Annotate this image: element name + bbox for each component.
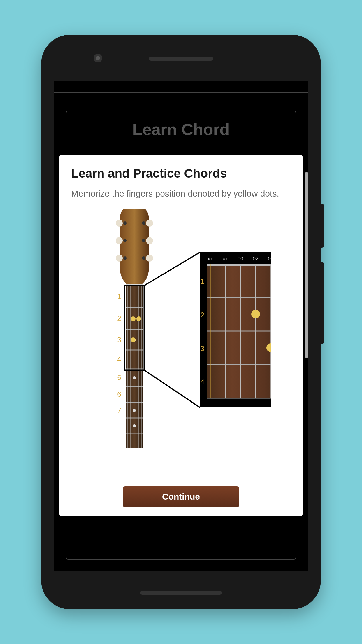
string-label: 00 [238,256,243,262]
zoom-fret-label: 1 [201,277,204,285]
svg-point-6 [123,221,127,225]
phone-top-speaker [149,57,213,61]
status-bar [54,81,308,93]
guitar-illustration: 1 2 3 4 5 6 7 [71,209,291,486]
scroll-indicator[interactable] [305,172,308,358]
svg-point-10 [142,239,145,242]
phone-screen: Learn Chord Tap to continue Learn and Pr… [54,81,308,571]
svg-point-4 [146,237,153,244]
svg-point-11 [142,256,145,260]
small-fret-label: 6 [117,390,121,398]
phone-power-button [321,204,324,248]
string-label: 03 [268,256,271,262]
string-label: 02 [253,256,259,262]
svg-point-9 [142,221,145,225]
svg-point-31 [133,424,136,427]
svg-point-1 [116,237,123,244]
small-fret-label: 1 [117,293,121,300]
svg-point-29 [133,376,136,379]
svg-point-8 [123,256,127,260]
svg-rect-37 [207,264,271,266]
guitar-neck-small: 1 2 3 4 5 6 7 [117,284,144,448]
guitar-headstock [116,209,153,284]
continue-button[interactable]: Continue [123,486,239,507]
svg-point-3 [146,220,153,227]
small-fret-label: 2 [117,314,121,322]
phone-volume-button [321,262,324,344]
zoom-fret-label: 4 [201,378,204,386]
svg-point-0 [116,220,123,227]
svg-point-30 [133,409,136,412]
finger-dot [131,337,136,342]
modal-title: Learn and Practice Chords [71,167,291,181]
finger-dot [136,316,141,321]
zoom-fret-label: 3 [201,344,204,352]
background-title: Learn Chord [66,120,296,139]
small-fret-label: 3 [117,336,121,344]
svg-point-2 [116,255,123,262]
modal-subtitle: Memorize the fingers position denoted by… [71,188,291,200]
phone-bottom-speaker [140,591,222,595]
svg-point-5 [146,255,153,262]
chord-diagram-zoom: xx xx 00 02 03 02 1 2 3 4 [200,252,271,407]
phone-camera [94,54,102,62]
tutorial-modal: Learn and Practice Chords Memorize the f… [59,155,303,516]
string-label: xx [223,256,228,262]
small-fret-label: 7 [117,406,121,414]
small-fret-label: 4 [117,355,121,363]
guitar-diagram-svg: 1 2 3 4 5 6 7 [91,209,271,448]
finger-dot [131,316,136,321]
svg-rect-12 [126,284,143,448]
svg-point-7 [123,239,127,242]
zoom-fret-label: 2 [201,311,204,319]
finger-dot-zoom [251,310,260,318]
phone-frame: Learn Chord Tap to continue Learn and Pr… [41,35,321,609]
svg-line-34 [144,370,200,407]
small-fret-label: 5 [117,374,121,382]
string-label: xx [208,256,213,262]
